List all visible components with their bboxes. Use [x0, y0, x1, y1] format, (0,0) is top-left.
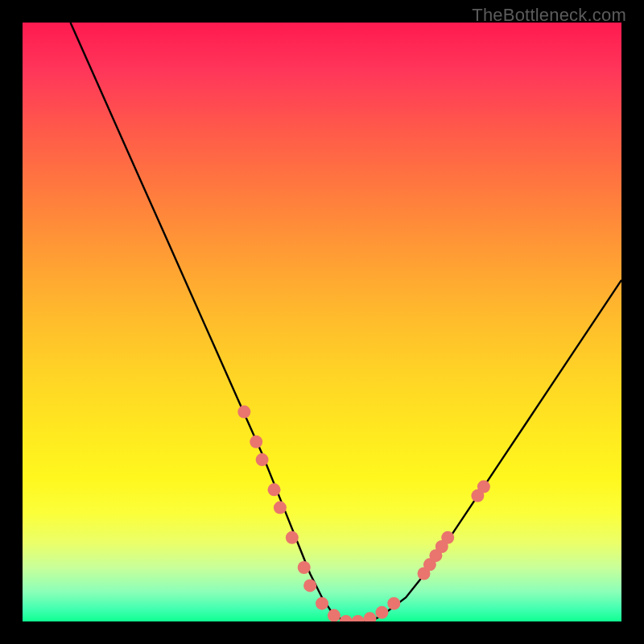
- watermark-text: TheBottleneck.com: [472, 5, 626, 26]
- chart-frame: [0, 0, 644, 644]
